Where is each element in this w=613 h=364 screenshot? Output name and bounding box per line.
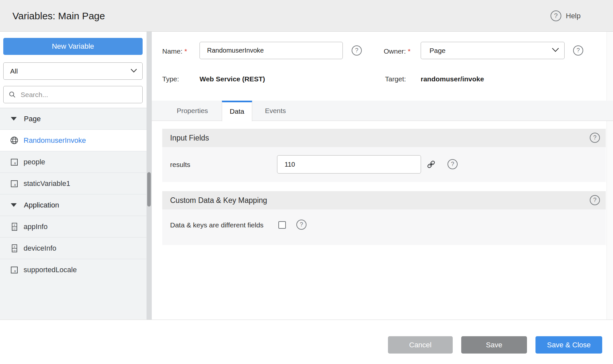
variable-detail-panel: Name:* Owner:* Page Type: Web Service (R… xyxy=(152,32,613,320)
main-scrollbar-track[interactable] xyxy=(606,32,613,320)
different-fields-help-icon[interactable] xyxy=(296,220,306,230)
target-label: Target: xyxy=(385,71,406,87)
chevron-down-icon xyxy=(552,48,559,54)
name-help-icon[interactable] xyxy=(352,45,362,56)
owner-label: Owner:* xyxy=(384,43,411,59)
svg-text:x: x xyxy=(14,268,16,273)
results-help-icon[interactable] xyxy=(447,159,458,169)
builtin-variable-icon: x x xyxy=(10,223,19,231)
tab-events[interactable]: Events xyxy=(256,101,295,121)
chevron-down-icon xyxy=(131,68,137,74)
sidebar-item-appinfo[interactable]: x x appInfo xyxy=(0,216,147,238)
input-fields-title: Input Fields xyxy=(170,129,209,147)
variable-icon: x xyxy=(10,180,19,188)
detail-tabbar: Properties Data Events xyxy=(152,101,613,121)
sidebar-item-deviceinfo[interactable]: x x deviceInfo xyxy=(0,238,147,259)
collapse-triangle-icon xyxy=(11,203,17,207)
different-fields-checkbox[interactable] xyxy=(278,221,286,229)
sidebar-group-application[interactable]: Application xyxy=(0,194,147,216)
svg-text:x: x xyxy=(14,160,16,165)
web-service-globe-icon xyxy=(10,136,19,145)
filter-selected-value: All xyxy=(10,67,18,75)
svg-text:x: x xyxy=(13,227,15,230)
new-variable-button[interactable]: New Variable xyxy=(3,38,143,55)
sidebar-scrollbar-thumb[interactable] xyxy=(147,172,151,207)
tab-data[interactable]: Data xyxy=(222,101,252,121)
help-question-icon xyxy=(551,10,561,21)
svg-text:x: x xyxy=(13,223,15,226)
owner-help-icon[interactable] xyxy=(573,45,583,56)
sidebar-item-supportedlocale[interactable]: x supportedLocale xyxy=(0,259,147,281)
sidebar-group-page[interactable]: Page xyxy=(0,108,147,130)
required-asterisk: * xyxy=(184,47,187,55)
name-input[interactable] xyxy=(200,42,343,59)
help-button[interactable]: Help xyxy=(551,0,581,32)
link-icon[interactable] xyxy=(426,159,436,171)
variable-list: Page RandomuserInvoke x people xyxy=(0,108,147,281)
sidebar-item-people[interactable]: x people xyxy=(0,151,147,173)
input-fields-section-header: Input Fields xyxy=(162,129,606,147)
sidebar-item-randomuserinvoke[interactable]: RandomuserInvoke xyxy=(0,130,147,151)
variables-sidebar: New Variable All Page xyxy=(0,32,147,320)
input-fields-section-body: results xyxy=(162,147,606,182)
svg-text:x: x xyxy=(14,182,16,187)
owner-selected-value: Page xyxy=(429,42,446,59)
target-value: randomuser/invoke xyxy=(421,71,484,87)
custom-mapping-section-body: Data & keys are different fields xyxy=(162,209,606,245)
custom-mapping-title: Custom Data & Key Mapping xyxy=(170,191,267,209)
variable-search xyxy=(3,86,143,103)
results-input[interactable] xyxy=(277,155,421,174)
custom-mapping-section-header: Custom Data & Key Mapping xyxy=(162,191,606,209)
sidebar-empty-area xyxy=(0,280,147,320)
save-and-close-button[interactable]: Save & Close xyxy=(535,336,602,354)
different-fields-checkbox-label: Data & keys are different fields xyxy=(170,209,264,241)
dialog-header: Variables: Main Page Help xyxy=(0,0,613,32)
cancel-button[interactable]: Cancel xyxy=(388,336,453,354)
dialog-footer: Cancel Save Save & Close xyxy=(0,320,613,364)
name-label: Name:* xyxy=(162,43,187,59)
variable-icon: x xyxy=(10,158,19,166)
owner-select[interactable]: Page xyxy=(421,42,565,59)
results-field-label: results xyxy=(170,147,190,182)
svg-text:x: x xyxy=(13,245,15,248)
sidebar-item-staticvariable1[interactable]: x staticVariable1 xyxy=(0,173,147,194)
variable-icon: x xyxy=(10,266,19,274)
help-label: Help xyxy=(566,12,581,20)
builtin-variable-icon: x x xyxy=(10,244,19,253)
svg-text:x: x xyxy=(13,248,15,252)
save-button[interactable]: Save xyxy=(461,336,527,354)
search-icon xyxy=(9,91,16,98)
sidebar-scrollbar-track[interactable] xyxy=(147,32,152,320)
type-label: Type: xyxy=(162,71,179,87)
page-title: Variables: Main Page xyxy=(12,0,105,32)
search-input[interactable] xyxy=(21,86,138,103)
tab-properties[interactable]: Properties xyxy=(164,101,220,121)
input-fields-help-icon[interactable] xyxy=(590,133,600,143)
variable-filter-select[interactable]: All xyxy=(3,62,143,80)
custom-mapping-help-icon[interactable] xyxy=(590,195,600,205)
type-value: Web Service (REST) xyxy=(200,71,265,87)
required-asterisk: * xyxy=(408,47,411,55)
collapse-triangle-icon xyxy=(11,117,17,121)
